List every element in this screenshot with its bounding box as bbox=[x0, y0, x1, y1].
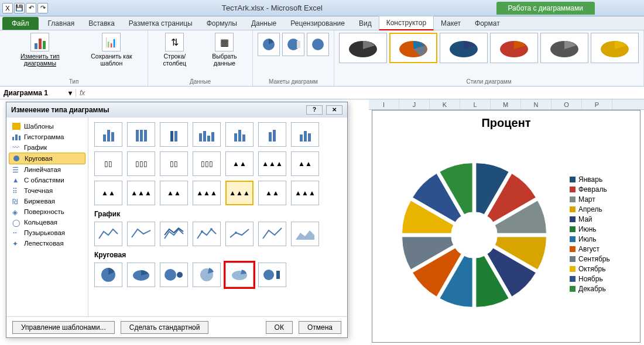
style-thumb-selected[interactable] bbox=[389, 33, 437, 63]
style-thumb[interactable] bbox=[490, 33, 538, 63]
col-header[interactable]: I bbox=[369, 99, 399, 109]
line-chart-thumb[interactable] bbox=[94, 222, 122, 246]
column-chart-thumb[interactable] bbox=[258, 122, 286, 147]
tab-design[interactable]: Конструктор bbox=[379, 16, 434, 30]
tab-view[interactable]: Вид bbox=[352, 17, 379, 30]
column-chart-thumb[interactable] bbox=[291, 122, 319, 147]
cat-scatter[interactable]: ⠿Точечная bbox=[9, 185, 85, 196]
col-header[interactable]: M bbox=[491, 99, 521, 109]
cone-chart-thumb[interactable]: ▲▲ bbox=[291, 151, 319, 176]
tab-layout[interactable]: Макет bbox=[434, 17, 468, 30]
cat-line[interactable]: 〰График bbox=[9, 142, 85, 153]
cat-bar[interactable]: ☰Линейчатая bbox=[9, 164, 85, 175]
cylinder-chart-thumb[interactable]: ▯▯ bbox=[160, 151, 188, 176]
tab-formulas[interactable]: Формулы bbox=[200, 17, 244, 30]
line-chart-thumb[interactable] bbox=[258, 222, 286, 246]
chart-title: Процент bbox=[378, 116, 634, 130]
cone-chart-thumb[interactable]: ▲▲▲ bbox=[258, 151, 286, 176]
cylinder-chart-thumb[interactable]: ▯▯▯ bbox=[193, 151, 221, 176]
tab-format[interactable]: Формат bbox=[468, 17, 507, 30]
style-thumb[interactable] bbox=[591, 33, 639, 63]
pyramid-chart-thumb[interactable]: ▲▲▲ bbox=[127, 181, 155, 205]
switch-row-column-button[interactable]: ⇅ Строка/столбец bbox=[153, 33, 197, 67]
col-header[interactable]: J bbox=[399, 99, 430, 109]
undo-icon[interactable]: ↶ bbox=[26, 3, 36, 13]
pyramid-chart-thumb[interactable]: ▲▲ bbox=[258, 181, 286, 205]
column-chart-thumb[interactable] bbox=[193, 122, 221, 147]
tab-insert[interactable]: Вставка bbox=[81, 17, 122, 30]
style-thumb[interactable] bbox=[540, 33, 588, 63]
pie3d-chart-thumb[interactable] bbox=[127, 263, 155, 287]
cat-stock[interactable]: ₪Биржевая bbox=[9, 196, 85, 206]
legend-swatch bbox=[570, 226, 576, 232]
save-icon[interactable]: 💾 bbox=[14, 3, 25, 13]
svg-point-10 bbox=[13, 156, 19, 161]
line-chart-thumb[interactable] bbox=[127, 222, 155, 246]
tab-file[interactable]: Файл bbox=[2, 17, 39, 30]
layout-thumb[interactable] bbox=[282, 33, 304, 56]
pyramid-chart-thumb[interactable]: ▲▲▲ bbox=[193, 181, 221, 205]
col-header[interactable]: O bbox=[551, 99, 582, 109]
cat-surface[interactable]: ◈Поверхность bbox=[9, 206, 85, 217]
help-icon[interactable]: ? bbox=[306, 105, 323, 115]
pyramid-chart-thumb[interactable]: ▲▲▲ bbox=[225, 181, 254, 205]
tab-home[interactable]: Главная bbox=[41, 17, 82, 30]
bar-of-pie-thumb[interactable] bbox=[258, 263, 286, 287]
cat-bubble[interactable]: ⠒Пузырьковая bbox=[9, 227, 85, 238]
style-thumb[interactable] bbox=[440, 33, 488, 63]
pyramid-chart-thumb[interactable]: ▲▲ bbox=[160, 181, 188, 205]
column-chart-thumb[interactable] bbox=[94, 122, 122, 147]
change-chart-type-dialog: Изменение типа диаграммы ? ✕ Шаблоны Гис… bbox=[6, 102, 348, 338]
column-chart-thumb[interactable] bbox=[127, 122, 155, 147]
pie-of-pie-thumb[interactable] bbox=[160, 263, 188, 287]
change-chart-type-button[interactable]: Изменить тип диаграммы bbox=[5, 33, 76, 67]
line-chart-thumb[interactable] bbox=[160, 222, 188, 246]
style-thumb[interactable] bbox=[339, 33, 387, 63]
manage-templates-button[interactable]: Управление шаблонами... bbox=[12, 321, 115, 334]
line-chart-thumb[interactable] bbox=[225, 222, 254, 246]
line-chart-thumb[interactable] bbox=[291, 222, 319, 246]
tab-data[interactable]: Данные bbox=[244, 17, 283, 30]
cylinder-chart-thumb[interactable]: ▯▯▯ bbox=[127, 151, 155, 176]
exploded-pie-thumb[interactable] bbox=[193, 263, 221, 287]
col-header[interactable]: L bbox=[460, 99, 491, 109]
svg-marker-14 bbox=[296, 230, 314, 240]
pie-chart-thumb[interactable] bbox=[94, 263, 122, 287]
cancel-button[interactable]: Отмена bbox=[299, 321, 341, 334]
set-default-button[interactable]: Сделать стандартной bbox=[121, 321, 209, 334]
column-chart-thumb[interactable] bbox=[225, 122, 254, 147]
redo-icon[interactable]: ↷ bbox=[37, 3, 48, 13]
grid-icon: ▦ bbox=[215, 33, 234, 51]
column-chart-thumb[interactable] bbox=[160, 122, 188, 147]
tab-page-layout[interactable]: Разметка страницы bbox=[122, 17, 200, 30]
cat-radar[interactable]: ✦Лепестковая bbox=[9, 238, 85, 249]
pyramid-chart-thumb[interactable]: ▲▲▲ bbox=[291, 181, 319, 205]
col-header[interactable]: K bbox=[430, 99, 460, 109]
cat-templates[interactable]: Шаблоны bbox=[9, 121, 85, 132]
legend-label: Май bbox=[578, 215, 592, 223]
dialog-footer: Управление шаблонами... Сделать стандарт… bbox=[6, 316, 347, 337]
legend-swatch bbox=[570, 276, 576, 282]
name-box[interactable]: Диаграмма 1▾ bbox=[0, 89, 76, 97]
cat-area[interactable]: ▲С областями bbox=[9, 175, 85, 185]
cat-doughnut[interactable]: ◯Кольцевая bbox=[9, 217, 85, 227]
cylinder-chart-thumb[interactable]: ▯▯ bbox=[94, 151, 122, 176]
col-header[interactable]: P bbox=[582, 99, 612, 109]
chevron-down-icon[interactable]: ▾ bbox=[68, 89, 72, 97]
pyramid-chart-thumb[interactable]: ▲▲ bbox=[94, 181, 122, 205]
column-headers: I J K L M N O P bbox=[369, 99, 644, 110]
cat-column[interactable]: Гистограмма bbox=[9, 132, 85, 142]
layout-thumb[interactable] bbox=[307, 33, 329, 56]
cat-pie[interactable]: Круговая bbox=[9, 153, 85, 164]
embedded-chart[interactable]: Процент ЯнварьФевральМартАпрельМайИюньИю… bbox=[372, 110, 640, 343]
close-icon[interactable]: ✕ bbox=[326, 105, 342, 115]
ok-button[interactable]: ОК bbox=[266, 321, 293, 334]
col-header[interactable]: N bbox=[521, 99, 551, 109]
layout-thumb[interactable] bbox=[258, 33, 280, 56]
save-as-template-button[interactable]: 📊 Сохранить как шаблон bbox=[80, 33, 143, 67]
tab-review[interactable]: Рецензирование bbox=[283, 17, 352, 30]
select-data-button[interactable]: ▦ Выбрать данные bbox=[201, 33, 248, 67]
line-chart-thumb[interactable] bbox=[193, 222, 221, 246]
exploded-pie3d-thumb-highlighted[interactable] bbox=[225, 263, 254, 287]
cone-chart-thumb[interactable]: ▲▲ bbox=[225, 151, 254, 176]
